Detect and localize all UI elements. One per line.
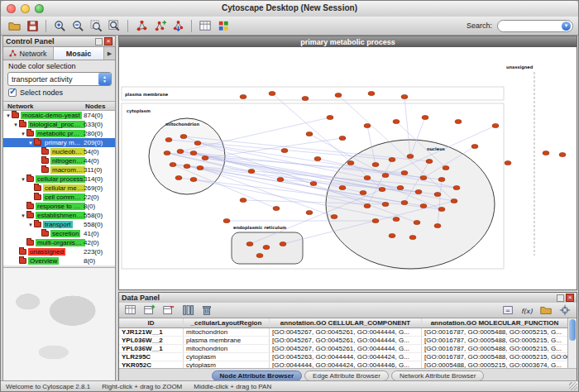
table-scrollbar-thumb[interactable] xyxy=(569,319,576,341)
tab-network[interactable]: Network xyxy=(3,47,54,60)
new-network-from-selection-icon[interactable] xyxy=(151,17,168,34)
expander-icon[interactable]: ▼ xyxy=(12,122,19,127)
zoom-selected-region-icon[interactable] xyxy=(88,17,104,34)
table-column-header[interactable]: ID xyxy=(119,318,184,327)
zoom-fit-content-icon[interactable] xyxy=(106,17,122,34)
svg-text:nucleus: nucleus xyxy=(427,146,445,151)
table-column-header[interactable]: _cellularLayoutRegion xyxy=(184,318,270,327)
tree-row-count: 54(0) xyxy=(84,148,99,155)
tree-row[interactable]: cellular metabolic process269(0) xyxy=(3,184,115,193)
data-panel-float-icon[interactable] xyxy=(557,294,564,302)
cytoscape-window: Cytoscape Desktop (New Session) xyxy=(0,0,579,392)
tab-mosaic[interactable]: Mosaic xyxy=(54,47,104,60)
tree-row[interactable]: response to stimulus8(0) xyxy=(3,202,115,211)
tree-header-network: Network xyxy=(7,103,34,110)
attribute-dropdown[interactable]: transporter activity ▲▼ xyxy=(7,72,112,86)
delete-rows-icon[interactable] xyxy=(199,302,215,318)
delete-column-icon[interactable] xyxy=(160,302,177,318)
tree-row[interactable]: multi-organism process42(0) xyxy=(3,238,115,247)
save-session-icon[interactable] xyxy=(24,17,41,34)
expander-icon[interactable]: ▼ xyxy=(5,113,12,118)
row-options-icon[interactable] xyxy=(179,302,196,318)
table-row[interactable]: YPL036W__1mitochondrion[GO:0045267, GO:0… xyxy=(119,345,567,353)
expander-icon[interactable]: ▼ xyxy=(20,177,26,182)
tree-row-count: 22(0) xyxy=(84,194,99,201)
tree-row[interactable]: nucleobase, nucleoside, nucleotide metab… xyxy=(3,147,115,156)
search-input[interactable] xyxy=(503,21,557,31)
tree-row[interactable]: ▼metabolic process280(0) xyxy=(3,129,115,138)
tree-row-label: secretion xyxy=(50,230,80,237)
table-column-header[interactable]: annotation.GO MOLECULAR_FUNCTION xyxy=(422,318,567,327)
vizmapper-icon[interactable] xyxy=(215,17,232,34)
table-row[interactable]: YPL036W__2plasma membrane[GO:0045267, GO… xyxy=(119,337,567,345)
folder-icon xyxy=(26,203,34,209)
table-cell: [GO:0045267, GO:0045261, GO:0044444, G..… xyxy=(270,345,422,352)
zoom-out-icon[interactable] xyxy=(69,17,86,34)
open-session-icon[interactable] xyxy=(6,17,22,34)
table-cell: [GO:0016787, GO:0005488, GO:0005215, GO:… xyxy=(422,353,567,361)
window-title: Cytoscape Desktop (New Session) xyxy=(1,3,578,12)
tree-row[interactable]: ▼biological_process633(0) xyxy=(3,120,115,129)
tree-row-label: Overview xyxy=(28,257,59,265)
first-neighbors-icon[interactable] xyxy=(133,17,150,34)
control-panel-float-icon[interactable] xyxy=(95,38,103,45)
tree-row-label: nucleobase, nucleoside, nucleotide metab… xyxy=(50,148,85,155)
birds-eye-view[interactable] xyxy=(3,267,115,380)
window-titlebar: Cytoscape Desktop (New Session) xyxy=(1,1,578,17)
import-attributes-icon[interactable] xyxy=(197,17,213,34)
expander-icon[interactable]: ▼ xyxy=(20,213,26,218)
tree-row-label: biological_process xyxy=(28,121,85,128)
tab-node-attribute-browser[interactable]: Node Attribute Browser xyxy=(212,370,303,381)
search-options-icon[interactable]: ▼ xyxy=(562,22,571,31)
tree-row-label: macromolecule metabolic process xyxy=(50,166,85,174)
new-column-icon[interactable] xyxy=(141,302,158,318)
tab-network-attribute-browser[interactable]: Network Attribute Browser xyxy=(391,370,484,381)
tree-row[interactable]: ▼cellular process314(0) xyxy=(3,174,115,184)
tab-scroll-right-icon[interactable]: ▶ xyxy=(104,47,115,60)
tree-row[interactable]: secretion41(0) xyxy=(3,229,115,238)
tree-row[interactable]: ▼primary metabolic process209(0) xyxy=(3,138,115,147)
network-frame-titlebar[interactable]: primary metabolic process xyxy=(119,36,577,47)
expander-icon[interactable]: ▼ xyxy=(27,222,34,227)
svg-text:=: = xyxy=(505,307,510,314)
tree-row-count: 42(0) xyxy=(84,239,99,246)
tree-row[interactable]: Overview8(0) xyxy=(3,256,115,265)
tree-row[interactable]: cell communication22(0) xyxy=(3,193,115,202)
table-row[interactable]: YJR121W__1mitochondrion[GO:0045267, GO:0… xyxy=(119,328,567,337)
tree-row[interactable]: ▼mosaic-demo-yeast874(0) xyxy=(3,111,115,120)
table-row[interactable]: YLR295Ccytoplasm[GO:0045263, GO:0044444,… xyxy=(119,353,567,361)
select-nodes-option[interactable]: Select nodes xyxy=(8,88,63,97)
tree-row[interactable]: ▼transport558(0) xyxy=(3,220,115,229)
tab-network-label: Network xyxy=(19,50,46,58)
import-attributes-file-icon[interactable] xyxy=(538,302,554,318)
control-panel-close-icon[interactable]: × xyxy=(104,37,112,45)
table-cell: [GO:0045263, GO:0044444, GO:0044424, G..… xyxy=(270,353,422,361)
settings-icon[interactable] xyxy=(557,302,573,318)
tree-row[interactable]: unassigned223(0) xyxy=(3,247,115,256)
data-panel-close-icon[interactable]: × xyxy=(566,294,574,302)
tab-edge-attribute-browser[interactable]: Edge Attribute Browser xyxy=(304,370,389,381)
import-network-icon[interactable] xyxy=(170,17,186,34)
table-column-header[interactable]: annotation.GO CELLULAR_COMPONENT xyxy=(270,318,422,327)
tree-row[interactable]: ▼establishment of localization558(0) xyxy=(3,211,115,220)
tree-row[interactable]: macromolecule metabolic process311(0) xyxy=(3,165,115,174)
zoom-in-icon[interactable] xyxy=(51,17,68,34)
tree-row[interactable]: nitrogen compound metabolic process44(0) xyxy=(3,156,115,165)
table-scrollbar[interactable] xyxy=(567,318,577,369)
folder-icon xyxy=(26,213,34,218)
resize-grip[interactable] xyxy=(569,382,577,390)
select-columns-icon[interactable] xyxy=(122,302,139,318)
expander-icon[interactable]: ▼ xyxy=(27,141,34,146)
equation-builder-icon[interactable]: = xyxy=(500,302,516,318)
network-canvas-svg: plasma membranecytoplasmmitochondrionnuc… xyxy=(119,47,577,289)
folder-icon xyxy=(26,131,34,136)
table-cell: mitochondrion xyxy=(184,345,270,352)
function-builder-icon[interactable]: f(x) xyxy=(519,302,535,318)
network-canvas[interactable]: plasma membranecytoplasmmitochondrionnuc… xyxy=(119,47,577,289)
network-tab-icon xyxy=(9,50,17,57)
table-cell: cytoplasm xyxy=(184,353,270,361)
select-nodes-checkbox[interactable] xyxy=(8,88,17,97)
expander-icon[interactable]: ▼ xyxy=(20,131,26,136)
table-cell: mitochondrion xyxy=(184,328,270,336)
folder-icon xyxy=(12,112,19,118)
